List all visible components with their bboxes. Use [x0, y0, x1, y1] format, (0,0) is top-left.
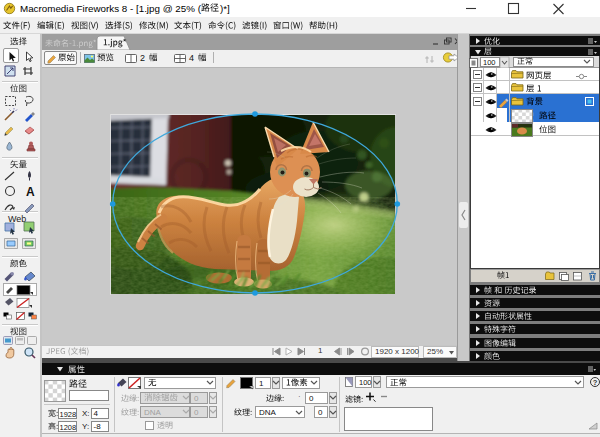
svg-text:?: ? [593, 378, 598, 387]
